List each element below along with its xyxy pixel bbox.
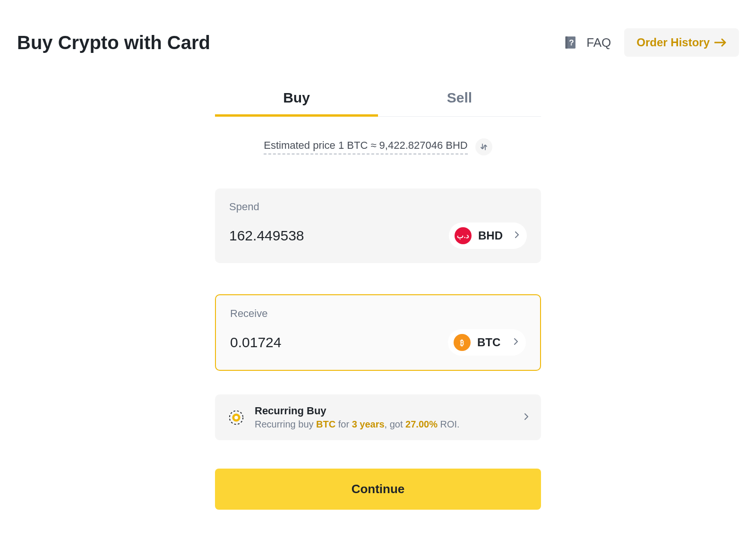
svg-text:?: ? bbox=[569, 38, 574, 47]
order-history-button[interactable]: Order History bbox=[624, 28, 739, 57]
tab-buy[interactable]: Buy bbox=[215, 80, 378, 116]
recurring-icon bbox=[227, 409, 245, 427]
order-history-label: Order History bbox=[636, 36, 710, 49]
chevron-right-icon bbox=[524, 413, 529, 422]
spend-currency-code: BHD bbox=[478, 229, 508, 242]
spend-input[interactable] bbox=[229, 228, 408, 244]
main-panel: Buy Sell Estimated price 1 BTC ≈ 9,422.8… bbox=[215, 80, 541, 510]
estimate-box: Estimated price 1 BTC ≈ 9,422.827046 BHD bbox=[264, 139, 468, 154]
spend-label: Spend bbox=[229, 201, 527, 213]
recurring-title: Recurring Buy bbox=[255, 405, 515, 417]
recurring-body: Recurring Buy Recurring buy BTC for 3 ye… bbox=[255, 405, 515, 430]
recurring-subtitle: Recurring buy BTC for 3 years, got 27.00… bbox=[255, 419, 515, 430]
page-title: Buy Crypto with Card bbox=[17, 32, 210, 53]
bhd-icon: د.ب bbox=[455, 227, 472, 244]
tab-sell[interactable]: Sell bbox=[378, 80, 541, 116]
chevron-right-icon bbox=[514, 338, 518, 347]
svg-point-5 bbox=[234, 416, 238, 419]
receive-card: Receive ₿ BTC bbox=[215, 294, 541, 371]
receive-input[interactable] bbox=[230, 334, 408, 350]
arrow-right-icon bbox=[714, 38, 727, 47]
faq-link[interactable]: ? FAQ bbox=[563, 34, 611, 51]
chevron-right-icon bbox=[515, 231, 519, 240]
receive-label: Receive bbox=[230, 308, 526, 320]
receive-currency-code: BTC bbox=[477, 336, 507, 349]
help-book-icon: ? bbox=[563, 34, 579, 51]
page-header: Buy Crypto with Card ? FAQ Order History bbox=[17, 28, 739, 57]
header-actions: ? FAQ Order History bbox=[563, 28, 739, 57]
spend-currency-selector[interactable]: د.ب BHD bbox=[449, 222, 527, 249]
btc-icon: ₿ bbox=[454, 334, 471, 351]
continue-button[interactable]: Continue bbox=[215, 469, 541, 510]
tabs: Buy Sell bbox=[215, 80, 541, 117]
estimate-label: Estimated price 1 BTC ≈ 9,422.827046 BHD bbox=[264, 139, 468, 151]
swap-icon bbox=[480, 143, 488, 151]
swap-button[interactable] bbox=[475, 138, 492, 155]
svg-rect-1 bbox=[566, 36, 567, 49]
faq-label: FAQ bbox=[586, 35, 611, 50]
recurring-buy-card[interactable]: Recurring Buy Recurring buy BTC for 3 ye… bbox=[215, 394, 541, 440]
estimate-row: Estimated price 1 BTC ≈ 9,422.827046 BHD bbox=[215, 138, 541, 155]
spend-card: Spend د.ب BHD bbox=[215, 188, 541, 263]
receive-currency-selector[interactable]: ₿ BTC bbox=[448, 329, 526, 356]
